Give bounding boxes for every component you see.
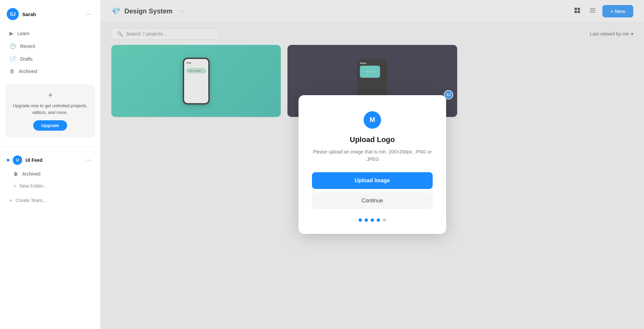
- team-nav-label: Archived: [22, 171, 40, 177]
- team-menu-button[interactable]: ···: [83, 155, 94, 165]
- sidebar-header: SJ Sarah ···: [0, 5, 100, 25]
- team-sidebar-item-archived[interactable]: 🗑 Archived: [3, 169, 98, 179]
- sidebar-item-label: Drafts: [20, 56, 33, 62]
- continue-button[interactable]: Continue: [312, 192, 433, 209]
- user-menu-button[interactable]: ···: [83, 9, 94, 19]
- upgrade-button[interactable]: Upgrade: [33, 120, 67, 131]
- archived-icon: 🗑: [9, 68, 15, 74]
- team-avatar-letter: U: [16, 158, 19, 162]
- sidebar-user: SJ Sarah: [7, 8, 36, 20]
- upload-image-button[interactable]: Upload Image: [312, 172, 433, 189]
- progress-dot-1: [359, 218, 362, 222]
- create-team-label: Create Team...: [15, 198, 46, 203]
- sidebar-item-drafts[interactable]: 📄 Drafts: [3, 53, 98, 65]
- upgrade-text: Upgrade now to get unlimited projects, e…: [11, 103, 90, 116]
- modal-avatar-letter: M: [370, 116, 375, 124]
- team-active-dot: [7, 159, 9, 161]
- new-folder-label: New Folder...: [19, 183, 47, 189]
- learn-icon: ▶: [9, 30, 13, 37]
- create-team-plus-icon: +: [9, 198, 12, 203]
- team-avatar: U: [13, 155, 22, 165]
- upgrade-star-icon: ✦: [11, 91, 90, 100]
- username-label: Sarah: [22, 11, 36, 17]
- sidebar: SJ Sarah ··· ▶ Learn 🕐 Recent 📄 Drafts 🗑…: [0, 0, 101, 329]
- sidebar-item-label: Learn: [17, 31, 30, 36]
- main-content: 💎 Design System ··· + New: [101, 0, 644, 329]
- new-folder-item[interactable]: + New Folder...: [3, 181, 98, 191]
- modal-progress-dots: [359, 218, 386, 222]
- team-name-label: UI Feed: [25, 157, 80, 163]
- sidebar-item-learn[interactable]: ▶ Learn: [3, 27, 98, 40]
- sidebar-item-archived[interactable]: 🗑 Archived: [3, 65, 98, 77]
- sidebar-item-recent[interactable]: 🕐 Recent: [3, 40, 98, 52]
- modal-backdrop: M Upload Logo Please upload an image tha…: [101, 0, 644, 329]
- progress-dot-4: [377, 218, 380, 222]
- modal-title: Upload Logo: [350, 135, 395, 144]
- team-header[interactable]: U UI Feed ···: [0, 152, 100, 168]
- main-nav: ▶ Learn 🕐 Recent 📄 Drafts 🗑 Archived: [0, 25, 100, 79]
- sidebar-divider: [0, 147, 100, 147]
- progress-dot-5: [383, 218, 386, 222]
- sidebar-item-label: Recent: [20, 44, 35, 49]
- sidebar-item-label: Archived: [19, 69, 37, 74]
- upload-logo-modal: M Upload Logo Please upload an image tha…: [299, 95, 446, 234]
- team-archived-icon: 🗑: [13, 171, 18, 177]
- modal-avatar: M: [364, 111, 381, 129]
- progress-dot-3: [371, 218, 374, 222]
- upgrade-box: ✦ Upgrade now to get unlimited projects,…: [5, 84, 95, 137]
- plus-icon: +: [13, 183, 16, 189]
- modal-description: Please upload an image that is min. 200×…: [312, 148, 433, 163]
- progress-dot-2: [365, 218, 368, 222]
- team-section: U UI Feed ··· 🗑 Archived + New Folder...: [0, 151, 100, 193]
- drafts-icon: 📄: [9, 56, 16, 62]
- user-avatar: SJ: [7, 8, 19, 20]
- recent-icon: 🕐: [9, 43, 16, 49]
- team-sub-nav: 🗑 Archived: [0, 168, 100, 180]
- create-team-item[interactable]: + Create Team...: [3, 194, 98, 206]
